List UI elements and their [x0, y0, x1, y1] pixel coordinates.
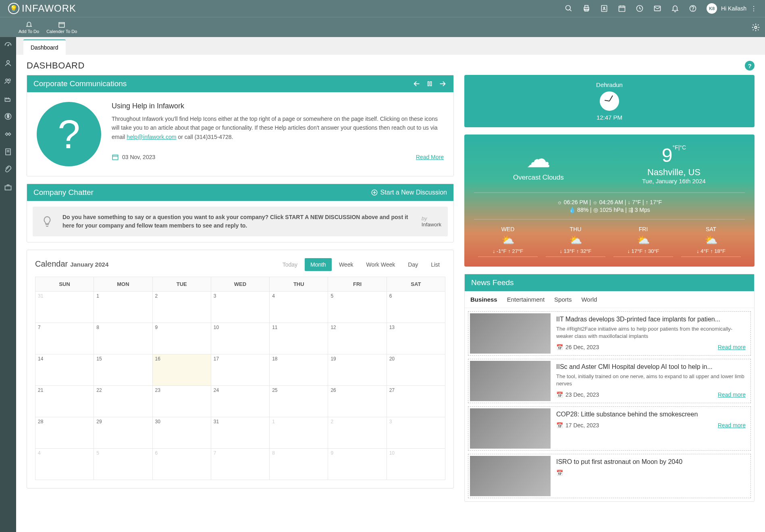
corp-comm-header: Corporate Communications — [27, 75, 453, 92]
read-more-link[interactable]: Read More — [416, 154, 444, 160]
calendar-cell[interactable]: 22 — [94, 386, 152, 417]
news-item-title: IISc and Aster CMI Hospital develop AI t… — [556, 363, 746, 371]
calendar-cell[interactable]: 18 — [270, 354, 328, 386]
calendar-view-week[interactable]: Week — [333, 258, 359, 271]
calendar-cell[interactable]: 2 — [152, 292, 211, 323]
nav-briefcase-icon[interactable] — [4, 183, 12, 192]
news-item[interactable]: IIT Madras develops 3D-printed face impl… — [468, 311, 751, 356]
calendar-cell[interactable]: 12 — [328, 323, 387, 354]
arrow-right-icon[interactable] — [438, 79, 447, 88]
pause-icon[interactable] — [426, 80, 433, 87]
calendar-cell[interactable]: 29 — [94, 417, 152, 449]
nav-handshake-icon[interactable] — [4, 130, 12, 139]
nav-money-icon[interactable]: $ — [4, 112, 12, 121]
calendar-icon[interactable] — [618, 4, 626, 12]
calendar-cell[interactable]: 31 — [211, 417, 269, 449]
news-tab-entertainment[interactable]: Entertainment — [507, 296, 545, 303]
calendar-cell[interactable]: 8 — [94, 323, 152, 354]
calendar-cell[interactable]: 5 — [94, 449, 152, 480]
calendar-cell[interactable]: 31 — [35, 292, 94, 323]
news-list[interactable]: IIT Madras develops 3D-printed face impl… — [465, 308, 754, 501]
calendar-cell[interactable]: 1 — [270, 417, 328, 449]
date-icon: 📅 — [556, 344, 563, 350]
calendar-cell[interactable]: 20 — [387, 354, 445, 386]
calendar-cell[interactable]: 28 — [35, 417, 94, 449]
news-item[interactable]: IISc and Aster CMI Hospital develop AI t… — [468, 359, 751, 403]
bell-icon[interactable] — [671, 4, 679, 12]
logo[interactable]: 💡 INFAWORK — [8, 3, 76, 14]
calendar-todo-button[interactable]: Calender To Do — [46, 21, 77, 34]
sub-header: Add To Do Calender To Do — [0, 17, 765, 37]
calendar-cell[interactable]: 7 — [35, 323, 94, 354]
calendar-cell[interactable]: 17 — [211, 354, 269, 386]
calendar-cell[interactable]: 8 — [270, 449, 328, 480]
tab-dashboard[interactable]: Dashboard — [23, 39, 66, 55]
calendar-cell[interactable]: 4 — [35, 449, 94, 480]
logo-text: INFAWORK — [22, 3, 76, 14]
calendar-view-list[interactable]: List — [425, 258, 445, 271]
contacts-icon[interactable] — [600, 4, 608, 12]
cal-dayhdr: MON — [94, 277, 152, 292]
news-item[interactable]: ISRO to put first astronaut on Moon by 2… — [468, 454, 751, 498]
calendar-cell[interactable]: 9 — [328, 449, 387, 480]
nav-dashboard-icon[interactable] — [4, 41, 12, 50]
news-read-more[interactable]: Read more — [718, 422, 746, 428]
arrow-left-icon[interactable] — [412, 79, 421, 88]
nav-person-icon[interactable] — [4, 59, 12, 68]
calendar-cell[interactable]: 13 — [387, 323, 445, 354]
calendar-cell[interactable]: 19 — [328, 354, 387, 386]
page-help-icon[interactable]: ? — [745, 61, 755, 70]
calendar-cell[interactable]: 9 — [152, 323, 211, 354]
calendar-cell[interactable]: 25 — [270, 386, 328, 417]
calendar-cell[interactable]: 21 — [35, 386, 94, 417]
news-read-more[interactable]: Read more — [718, 344, 746, 350]
calendar-cell[interactable]: 10 — [387, 449, 445, 480]
calendar-cell[interactable]: 30 — [152, 417, 211, 449]
calendar-cell[interactable]: 26 — [328, 386, 387, 417]
calendar-view-day[interactable]: Day — [402, 258, 424, 271]
mail-icon[interactable] — [653, 4, 661, 12]
start-discussion-button[interactable]: Start a New Discussion — [371, 189, 447, 196]
help-email-link[interactable]: help@infawork.com — [127, 134, 176, 140]
svg-point-14 — [693, 10, 693, 10]
nav-people-icon[interactable] — [4, 77, 12, 85]
calendar-cell[interactable]: 5 — [328, 292, 387, 323]
calendar-cell[interactable]: 1 — [94, 292, 152, 323]
calendar-cell[interactable]: 3 — [387, 417, 445, 449]
news-item[interactable]: COP28: Little substance behind the smoke… — [468, 406, 751, 451]
calendar-cell[interactable]: 27 — [387, 386, 445, 417]
gear-icon[interactable] — [751, 23, 760, 32]
calendar-view-month[interactable]: Month — [305, 258, 332, 271]
calendar-cell[interactable]: 6 — [152, 449, 211, 480]
nav-document-icon[interactable] — [4, 147, 12, 156]
news-read-more[interactable]: Read more — [718, 391, 746, 398]
avatar: K8 — [707, 3, 717, 14]
calendar-cell[interactable]: 15 — [94, 354, 152, 386]
calendar-view-work-week[interactable]: Work Week — [360, 258, 401, 271]
nav-factory-icon[interactable] — [4, 94, 12, 103]
calendar-cell[interactable]: 2 — [328, 417, 387, 449]
calendar-cell[interactable]: 6 — [387, 292, 445, 323]
add-todo-button[interactable]: Add To Do — [19, 21, 39, 34]
calendar-cell[interactable]: 23 — [152, 386, 211, 417]
calendar-cell[interactable]: 14 — [35, 354, 94, 386]
news-tab-sports[interactable]: Sports — [554, 296, 572, 303]
news-thumb — [470, 313, 551, 354]
search-icon[interactable] — [565, 4, 573, 12]
calendar-cell[interactable]: 10 — [211, 323, 269, 354]
calendar-cell[interactable]: 16 — [152, 354, 211, 386]
calendar-cell[interactable]: 3 — [211, 292, 269, 323]
help-icon[interactable] — [689, 4, 697, 12]
calendar-cell[interactable]: 7 — [211, 449, 269, 480]
user-menu[interactable]: K8 Hi Kailash ⋮ — [707, 3, 757, 14]
calendar-cell[interactable]: 4 — [270, 292, 328, 323]
news-tab-world[interactable]: World — [581, 296, 597, 303]
print-icon[interactable] — [582, 4, 590, 12]
weather-unit[interactable]: °F|°C — [673, 144, 686, 151]
calendar-cell[interactable]: 24 — [211, 386, 269, 417]
news-tab-business[interactable]: Business — [470, 296, 497, 303]
calendar-view-today[interactable]: Today — [277, 258, 303, 271]
clock-icon[interactable] — [636, 4, 644, 12]
calendar-cell[interactable]: 11 — [270, 323, 328, 354]
nav-paperclip-icon[interactable] — [4, 165, 12, 174]
